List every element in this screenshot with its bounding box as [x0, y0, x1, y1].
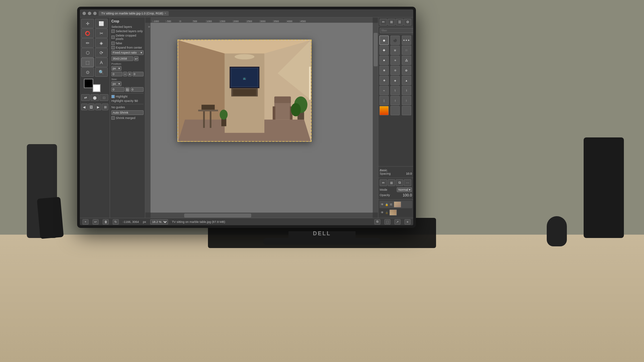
brush-view-btn[interactable]: ✏ [380, 19, 387, 25]
status-right-1[interactable]: ⧉ [374, 219, 380, 225]
title-tab[interactable]: TV sitting on marble table.jpg-1.0 (Crop… [99, 11, 169, 16]
brush-item-4[interactable]: ✦ [379, 46, 389, 55]
ellipse-select-btn[interactable]: ⭕ [81, 28, 94, 38]
status-right-4[interactable]: ≡ [405, 219, 411, 225]
size-y-input[interactable]: 0 [130, 87, 144, 92]
delete-cropped-checkbox[interactable] [111, 36, 115, 39]
status-add-btn[interactable]: + [83, 219, 89, 225]
brush-item-19[interactable]: ∣ [379, 96, 389, 105]
highlight-checkbox[interactable] [111, 95, 115, 98]
settings-btn[interactable]: ⚙ [404, 19, 411, 25]
next-btn[interactable]: ▶ [95, 104, 102, 110]
brush-item-1[interactable]: ● [379, 36, 389, 45]
pencil-btn[interactable]: ✏ [81, 38, 94, 48]
brush-item-23[interactable] [390, 106, 400, 115]
layer-eye-1[interactable]: 👁 [380, 202, 384, 206]
selected-layers-only-row[interactable]: Selected layers only [111, 29, 144, 33]
brush-item-21[interactable]: ⁝ [402, 96, 411, 105]
allow-growing-checkbox[interactable] [111, 42, 115, 45]
layer-row-2[interactable]: 👁 🔒 [379, 209, 412, 216]
layer-eye-2[interactable]: 👁 [380, 210, 384, 215]
grid-view-btn[interactable]: ⊞ [388, 19, 395, 25]
layer-lock-1[interactable]: 🔒 [385, 203, 388, 206]
brush-item-15[interactable]: ▲ [402, 76, 411, 85]
reset-colors-btn[interactable]: ⬤ [91, 94, 99, 101]
prev-btn[interactable]: ◀ [81, 104, 88, 110]
status-right-2[interactable]: ⬚ [384, 219, 390, 225]
pos-x-minus[interactable]: − [123, 72, 127, 76]
allow-growing-row[interactable]: false [111, 42, 144, 45]
brush-item-6[interactable]: ∷ [402, 46, 411, 55]
status-undo-btn[interactable]: ↩ [93, 219, 99, 225]
brush-item-17[interactable]: ⌇ [390, 86, 400, 95]
shrink-merged-checkbox[interactable] [111, 116, 115, 120]
swap-colors-btn[interactable]: ⇄ [81, 94, 90, 101]
layer-more-btn[interactable]: ⋯ [404, 179, 411, 186]
paint-mode-btn[interactable]: □ [100, 94, 108, 101]
color-boxes[interactable] [84, 79, 101, 92]
mode-select[interactable]: Normal ▾ [397, 187, 412, 192]
paintbucket-btn[interactable]: ◈ [95, 38, 108, 48]
brush-item-2[interactable]: ⚫ [390, 36, 400, 45]
layer-chain-1[interactable]: ⛓ [389, 203, 393, 206]
brush-item-11[interactable]: ❊ [390, 66, 400, 75]
layer-row-1[interactable]: 👁 🔒 ⛓ [379, 201, 412, 208]
scrollbar-thumb-vertical[interactable] [374, 33, 378, 66]
background-color[interactable] [93, 84, 101, 92]
rotate-btn[interactable]: ⟳ [95, 48, 108, 57]
layer-copy-btn[interactable]: ⧉ [396, 179, 403, 186]
filter-input[interactable] [380, 28, 413, 33]
crop-btn[interactable]: ⬚ [81, 58, 94, 67]
brush-item-18[interactable]: ⌇ [402, 86, 411, 95]
brush-item-14[interactable]: ◈ [390, 76, 400, 85]
expand-center-checkbox[interactable] [111, 46, 115, 49]
size-chain-btn[interactable]: ⛓ [125, 87, 130, 92]
highlight-row[interactable]: Highlight [111, 95, 144, 98]
brush-item-20[interactable]: ⁞ [390, 96, 400, 105]
brush-item-12[interactable]: ✿ [402, 66, 411, 75]
heal-btn[interactable]: ⬡ [81, 48, 94, 57]
pos-y-input[interactable]: 0 [132, 72, 144, 76]
brush-item-9[interactable]: ⁂ [402, 56, 411, 65]
brush-item-3[interactable]: ✦✦✦ [402, 36, 411, 45]
shrink-merged-row[interactable]: Shrink merged [111, 116, 144, 120]
fixed-aspect-select[interactable]: Fixed Aspect ratio ▾ [111, 50, 144, 55]
status-right-3[interactable]: ↗ [394, 219, 400, 225]
brush-item-13[interactable]: ❖ [379, 76, 389, 85]
rect-select-btn[interactable]: ⬜ [95, 19, 108, 28]
size-unit-select[interactable]: px ▾ [111, 81, 121, 86]
scrollbar-horizontal[interactable] [151, 213, 373, 218]
selected-layers-checkbox[interactable] [111, 29, 115, 33]
layer-grid-btn[interactable]: ⊞ [388, 179, 395, 186]
status-zoom-select[interactable]: 18.2 % [150, 219, 168, 225]
list-view-btn[interactable]: ☰ [396, 19, 403, 25]
scrollbar-thumb-horizontal[interactable] [184, 214, 251, 218]
brush-item-8[interactable]: ✳ [390, 56, 400, 65]
status-delete-btn[interactable]: 🗑 [103, 219, 109, 225]
canvas-area[interactable]: -1000 -500 0 500 1000 1500 2000 2500 300… [145, 17, 378, 218]
text-btn[interactable]: A [95, 58, 108, 67]
size-x-input[interactable]: 0 [111, 87, 124, 92]
brush-item-22[interactable] [379, 106, 389, 115]
brush-item-7[interactable]: ★ [379, 56, 389, 65]
grid-btn[interactable]: ⊞ [102, 104, 108, 110]
expand-from-center-row[interactable]: Expand from center [111, 46, 144, 49]
image-btn[interactable]: 🖼 [88, 104, 95, 110]
position-unit-select[interactable]: px ▾ [111, 66, 121, 71]
size-value-input[interactable]: 3543:2658 [111, 56, 133, 61]
scissors-btn[interactable]: ✂ [95, 28, 108, 38]
eyedropper-btn[interactable]: ⊙ [81, 67, 94, 77]
move-tool-btn[interactable]: ✛ [81, 19, 94, 28]
size-reset-btn[interactable]: ↩ [134, 56, 139, 61]
delete-cropped-row[interactable]: Delete cropped pixels [111, 34, 144, 41]
status-refresh-btn[interactable]: ↻ [113, 219, 119, 225]
layer-pencil-btn[interactable]: ✏ [380, 179, 387, 186]
brush-item-5[interactable]: ※ [390, 46, 400, 55]
brush-item-24[interactable] [402, 106, 411, 115]
foreground-color[interactable] [84, 79, 93, 88]
auto-shrink-btn[interactable]: Auto Shrink [111, 110, 144, 115]
brush-item-16[interactable]: ≈ [379, 86, 389, 95]
tab-close-btn[interactable]: × [165, 12, 166, 15]
zoom-btn[interactable]: 🔍 [95, 67, 108, 77]
pos-x-plus[interactable]: + [128, 72, 132, 76]
